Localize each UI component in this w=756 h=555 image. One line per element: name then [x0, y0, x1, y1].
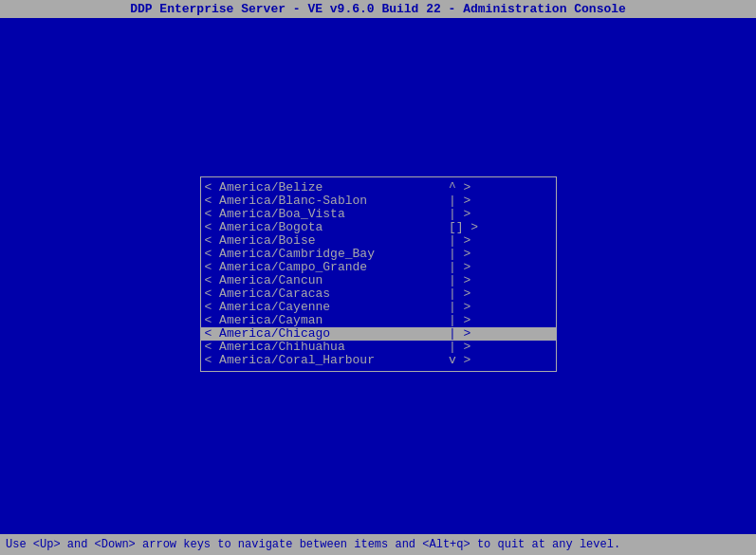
title-text: DDP Enterprise Server - VE v9.6.0 Build …: [130, 2, 626, 16]
main-content: < America/Belize ^ >< America/Blanc-Sabl…: [0, 18, 756, 529]
list-item[interactable]: < America/Coral_Harbour v >: [201, 354, 556, 367]
list-item[interactable]: < America/Campo_Grande | >: [201, 261, 556, 274]
list-item[interactable]: < America/Chicago | >: [201, 327, 556, 341]
list-item[interactable]: < America/Cayman | >: [201, 314, 556, 327]
list-item[interactable]: < America/Cambridge_Bay | >: [201, 248, 556, 261]
status-text: Use <Up> and <Down> arrow keys to naviga…: [6, 538, 620, 551]
list-item[interactable]: < America/Bogota [] >: [201, 221, 556, 234]
list-box[interactable]: < America/Belize ^ >< America/Blanc-Sabl…: [200, 176, 557, 372]
status-bar: Use <Up> and <Down> arrow keys to naviga…: [0, 534, 756, 555]
list-item[interactable]: < America/Caracas | >: [201, 287, 556, 301]
list-item[interactable]: < America/Blanc-Sablon | >: [201, 194, 556, 208]
list-item[interactable]: < America/Boise | >: [201, 234, 556, 248]
list-item[interactable]: < America/Cayenne | >: [201, 301, 556, 314]
title-bar: DDP Enterprise Server - VE v9.6.0 Build …: [0, 0, 756, 18]
list-item[interactable]: < America/Belize ^ >: [201, 181, 556, 194]
list-item[interactable]: < America/Boa_Vista | >: [201, 208, 556, 221]
list-item[interactable]: < America/Cancun | >: [201, 274, 556, 287]
list-item[interactable]: < America/Chihuahua | >: [201, 341, 556, 354]
